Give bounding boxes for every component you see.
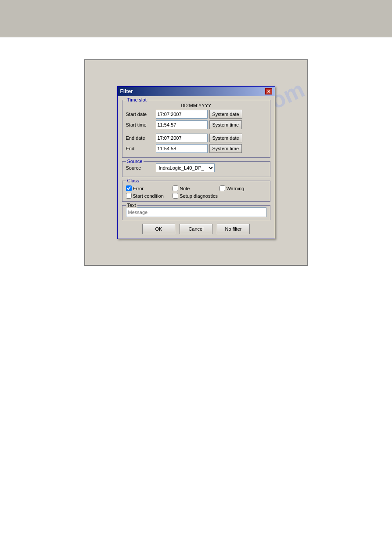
start-date-system-btn[interactable]: System date [209,110,242,119]
setup-diagnostics-checkbox[interactable] [173,193,178,199]
source-select[interactable]: IndraLogic_L40_DP_ [156,163,215,172]
end-label: End [126,146,156,151]
screenshot-box: manualshive.com Filter ✕ Time slot DD:MM… [84,59,308,266]
dialog-body: Time slot DD:MM:YYYY Start date System d… [118,96,275,239]
start-condition-item: Start condition [126,193,173,199]
ok-button[interactable]: OK [142,224,175,234]
source-legend: Source [126,159,144,164]
dialog-titlebar: Filter ✕ [118,87,275,96]
close-button[interactable]: ✕ [265,88,272,94]
start-time-row: Start time System time [126,120,266,129]
source-row: Source IndraLogic_L40_DP_ [126,163,266,172]
error-item: Error [126,185,173,191]
start-date-label: Start date [126,112,156,117]
filter-dialog: Filter ✕ Time slot DD:MM:YYYY Start date… [117,86,275,239]
setup-diagnostics-label: Setup diagnostics [180,193,218,199]
start-date-row: Start date System date [126,110,266,119]
text-legend: Text [126,203,137,208]
button-row: OK Cancel No filter [122,224,270,234]
top-bar [0,0,392,37]
end-date-input[interactable] [156,134,208,142]
warning-label: Warning [227,186,245,191]
source-label: Source [126,165,156,170]
page-content: manualshive.com Filter ✕ Time slot DD:MM… [0,37,392,555]
end-time-row: End System time [126,144,266,153]
warning-checkbox[interactable] [219,185,225,191]
start-condition-label: Start condition [133,193,164,199]
setup-diagnostics-item: Setup diagnostics [173,193,266,199]
dialog-title: Filter [120,88,133,94]
source-section: Source Source IndraLogic_L40_DP_ [122,161,270,177]
timeslot-legend: Time slot [126,97,148,102]
error-label: Error [133,186,144,191]
class-grid: Error Note Warning Start condition [126,185,266,199]
start-time-input[interactable] [156,120,208,129]
start-time-system-btn[interactable]: System time [209,120,242,129]
note-item: Note [173,185,219,191]
warning-item: Warning [219,185,266,191]
end-time-system-btn[interactable]: System time [209,144,242,153]
cancel-button[interactable]: Cancel [180,224,212,234]
text-section: Text [122,205,270,220]
end-time-input[interactable] [156,144,208,153]
note-checkbox[interactable] [173,185,178,191]
no-filter-button[interactable]: No filter [217,224,250,234]
timeslot-section: Time slot DD:MM:YYYY Start date System d… [122,100,270,158]
text-input[interactable] [126,207,266,217]
note-label: Note [180,186,190,191]
start-time-label: Start time [126,122,156,127]
class-legend: Class [126,178,141,183]
end-date-system-btn[interactable]: System date [209,134,242,142]
end-date-label: End date [126,135,156,141]
format-hint: DD:MM:YYYY [126,103,266,108]
class-section: Class Error Note Warning [122,181,270,202]
start-condition-checkbox[interactable] [126,193,132,199]
start-date-input[interactable] [156,110,208,119]
error-checkbox[interactable] [126,185,132,191]
end-date-row: End date System date [126,134,266,142]
